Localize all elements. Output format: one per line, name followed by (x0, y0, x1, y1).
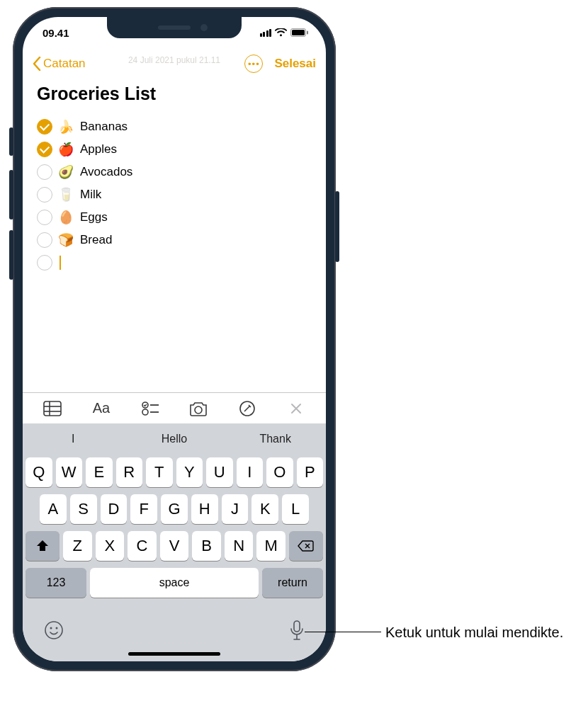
emoji-icon (44, 620, 64, 640)
key-f[interactable]: F (130, 494, 157, 524)
more-button[interactable]: ••• (244, 55, 263, 73)
svg-point-14 (50, 627, 52, 629)
item-label: Apples (80, 142, 117, 156)
cellular-signal-icon (260, 29, 272, 37)
emoji-button[interactable] (44, 620, 64, 644)
key-x[interactable]: X (96, 531, 125, 561)
text-format-button[interactable]: Aa (87, 400, 115, 416)
phone-frame: 09.41 Catatan 24 Juli 2021 pukul 21.11 (13, 7, 336, 671)
space-key[interactable]: space (90, 568, 259, 598)
close-toolbar-button[interactable] (282, 402, 310, 415)
key-l[interactable]: L (282, 494, 309, 524)
nav-bar: Catatan 24 Juli 2021 pukul 21.11 ••• Sel… (23, 48, 326, 79)
key-y[interactable]: Y (176, 457, 203, 487)
microphone-icon (289, 620, 305, 642)
note-title[interactable]: Groceries List (37, 84, 312, 104)
keyboard: I Hello Thank QWERTYUIOP ASDFGHJKL ZXCVB… (23, 423, 326, 661)
camera-button[interactable] (184, 401, 213, 416)
key-b[interactable]: B (192, 531, 221, 561)
battery-icon (290, 27, 309, 39)
shift-icon (35, 540, 50, 552)
check-circle[interactable] (37, 119, 52, 135)
item-label: Eggs (80, 210, 108, 224)
key-d[interactable]: D (101, 494, 128, 524)
key-h[interactable]: H (191, 494, 218, 524)
item-emoji: 🍌 (58, 119, 74, 135)
wifi-icon (275, 27, 287, 39)
key-g[interactable]: G (161, 494, 188, 524)
suggestion-3[interactable]: Thank (225, 433, 326, 445)
item-label: Milk (80, 188, 101, 202)
done-button[interactable]: Selesai (274, 57, 316, 71)
key-n[interactable]: N (225, 531, 254, 561)
svg-point-11 (195, 406, 202, 414)
checklist-item[interactable]: 🍌Bananas (37, 115, 312, 138)
checklist-item-empty[interactable] (37, 251, 312, 274)
svg-rect-16 (294, 621, 300, 632)
mute-switch (9, 127, 13, 156)
return-key[interactable]: return (262, 568, 323, 598)
key-j[interactable]: J (222, 494, 249, 524)
back-label: Catatan (43, 57, 86, 71)
callout-leader-line (305, 632, 381, 632)
backspace-key[interactable] (289, 531, 323, 561)
svg-point-13 (45, 622, 62, 639)
home-indicator[interactable] (128, 652, 220, 656)
key-k[interactable]: K (251, 494, 278, 524)
text-caret (60, 256, 61, 270)
check-circle[interactable] (37, 142, 52, 157)
key-i[interactable]: I (237, 457, 264, 487)
markup-button[interactable] (233, 400, 261, 417)
key-w[interactable]: W (56, 457, 83, 487)
dictation-button[interactable] (289, 620, 305, 644)
check-circle[interactable] (37, 187, 52, 203)
key-v[interactable]: V (160, 531, 189, 561)
key-q[interactable]: Q (26, 457, 52, 487)
screen: 09.41 Catatan 24 Juli 2021 pukul 21.11 (23, 17, 326, 661)
checklist-item[interactable]: 🥚Eggs (37, 206, 312, 229)
suggestion-bar: I Hello Thank (23, 423, 326, 455)
formatting-toolbar: Aa (23, 392, 326, 423)
key-z[interactable]: Z (63, 531, 92, 561)
shift-key[interactable] (26, 531, 60, 561)
svg-rect-1 (292, 30, 305, 35)
key-r[interactable]: R (116, 457, 143, 487)
suggestion-1[interactable]: I (23, 433, 124, 445)
back-button[interactable]: Catatan (33, 57, 86, 71)
key-e[interactable]: E (86, 457, 113, 487)
suggestion-2[interactable]: Hello (124, 433, 225, 445)
volume-down-button (9, 230, 13, 280)
svg-point-7 (142, 402, 148, 408)
volume-up-button (9, 170, 13, 220)
checklist-item[interactable]: 🥛Milk (37, 183, 312, 206)
front-camera (200, 24, 208, 31)
key-u[interactable]: U (206, 457, 233, 487)
numbers-key[interactable]: 123 (26, 568, 86, 598)
note-body[interactable]: Groceries List 🍌Bananas🍎Apples🥑Avocados🥛… (23, 79, 326, 281)
key-a[interactable]: A (40, 494, 67, 524)
key-t[interactable]: T (146, 457, 173, 487)
key-s[interactable]: S (70, 494, 97, 524)
power-button (335, 191, 339, 262)
check-circle[interactable] (37, 255, 52, 270)
key-m[interactable]: M (256, 531, 285, 561)
key-o[interactable]: O (266, 457, 293, 487)
svg-point-9 (142, 409, 148, 415)
check-circle[interactable] (37, 210, 52, 225)
checklist-item[interactable]: 🍞Bread (37, 229, 312, 251)
item-emoji: 🍞 (58, 232, 74, 248)
svg-rect-2 (307, 30, 308, 34)
checklist-button[interactable] (136, 401, 164, 416)
checklist-item[interactable]: 🍎Apples (37, 138, 312, 161)
chevron-left-icon (33, 57, 41, 71)
checklist: 🍌Bananas🍎Apples🥑Avocados🥛Milk🥚Eggs🍞Bread (37, 115, 312, 274)
note-timestamp: 24 Juli 2021 pukul 21.11 (128, 55, 220, 65)
checklist-item[interactable]: 🥑Avocados (37, 161, 312, 183)
key-c[interactable]: C (128, 531, 157, 561)
speaker (158, 25, 191, 30)
check-circle[interactable] (37, 232, 52, 248)
key-p[interactable]: P (297, 457, 324, 487)
check-circle[interactable] (37, 164, 52, 180)
table-button[interactable] (38, 401, 67, 416)
item-emoji: 🥑 (58, 164, 74, 180)
